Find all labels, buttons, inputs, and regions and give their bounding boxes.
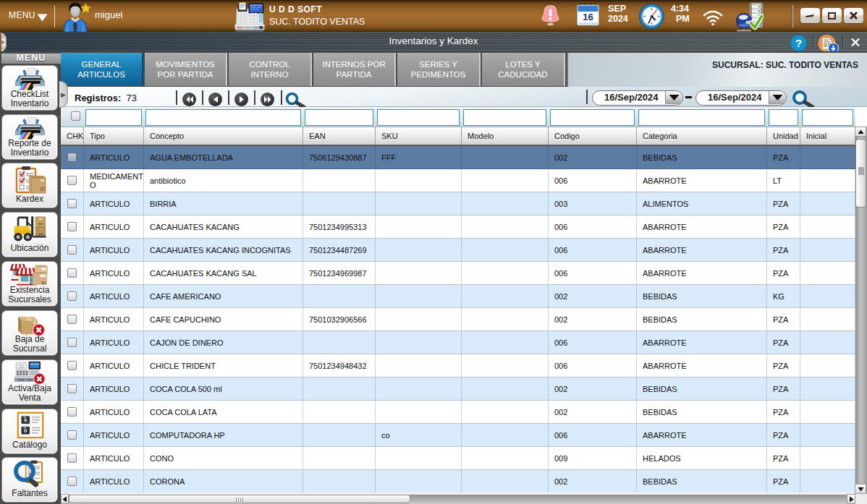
svg-text:?: ?: [795, 37, 802, 49]
svg-text:16: 16: [583, 12, 593, 22]
